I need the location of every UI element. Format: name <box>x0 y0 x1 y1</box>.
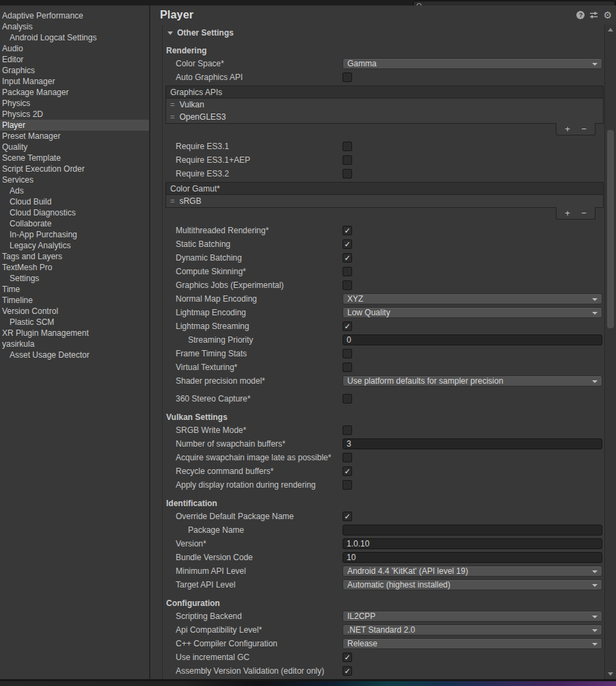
sidebar-item-yasirkula[interactable]: yasirkula <box>0 339 149 349</box>
list-item[interactable]: =Vulkan <box>166 98 603 111</box>
sidebar-item-analysis[interactable]: Analysis <box>0 21 149 32</box>
dropdown[interactable]: Low Quality <box>343 307 602 318</box>
sidebar-item-player[interactable]: Player <box>0 120 149 131</box>
sidebar-item-script-execution-order[interactable]: Script Execution Order <box>0 163 149 174</box>
checkbox[interactable]: ✓ <box>343 466 352 476</box>
add-button[interactable]: + <box>559 208 576 219</box>
dropdown[interactable]: Use platform defaults for sampler precis… <box>343 375 602 386</box>
setting-row: Graphics Jobs (Experimental) <box>163 278 604 292</box>
presets-icon[interactable] <box>589 11 598 19</box>
sidebar-item-quality[interactable]: Quality <box>0 142 149 153</box>
sidebar-item-graphics[interactable]: Graphics <box>0 65 149 76</box>
dropdown[interactable]: XYZ <box>343 293 602 304</box>
sidebar-item-tags-and-layers[interactable]: Tags and Layers <box>0 251 149 262</box>
sidebar-item-timeline[interactable]: Timeline <box>0 295 149 306</box>
checkbox[interactable] <box>343 349 352 358</box>
sidebar-item-collaborate[interactable]: Collaborate <box>0 218 149 229</box>
setting-label: C++ Compiler Configuration <box>163 639 343 648</box>
foldout-other-settings[interactable]: Other Settings <box>163 27 604 39</box>
dropdown-value: Release <box>347 639 377 648</box>
remove-button[interactable]: − <box>576 208 592 219</box>
section-header-label: Configuration <box>166 598 220 608</box>
chevron-down-icon <box>592 380 598 383</box>
settings-search-input[interactable] <box>413 1 615 5</box>
setting-row: Lightmap Streaming✓ <box>163 319 604 333</box>
checkbox[interactable] <box>343 280 352 290</box>
checkbox[interactable] <box>343 72 352 82</box>
list-item[interactable]: =OpenGLES3 <box>166 111 603 123</box>
dropdown-value: IL2CPP <box>347 611 375 621</box>
checkbox[interactable]: ✓ <box>343 321 352 331</box>
sidebar-item-android-logcat-settings[interactable]: Android Logcat Settings <box>0 32 149 43</box>
sidebar-item-scene-template[interactable]: Scene Template <box>0 153 149 163</box>
sidebar-item-textmesh-pro[interactable]: TextMesh Pro <box>0 262 149 273</box>
checkbox[interactable]: ✓ <box>343 239 352 249</box>
sidebar-item-version-control[interactable]: Version Control <box>0 306 149 317</box>
sidebar-item-plastic-scm[interactable]: Plastic SCM <box>0 317 149 328</box>
text-input[interactable]: 0 <box>343 334 602 345</box>
text-input[interactable]: 10 <box>343 552 602 563</box>
setting-row: Scripting BackendIL2CPP <box>163 609 604 623</box>
checkbox[interactable] <box>343 169 352 179</box>
sidebar-item-editor[interactable]: Editor <box>0 54 149 65</box>
checkbox[interactable] <box>343 425 352 435</box>
sidebar-item-package-manager[interactable]: Package Manager <box>0 87 149 98</box>
checkbox[interactable] <box>343 267 352 276</box>
drag-handle-icon[interactable]: = <box>170 197 174 205</box>
sidebar-item-input-manager[interactable]: Input Manager <box>0 76 149 87</box>
sidebar-item-adaptive-performance[interactable]: Adaptive Performance <box>0 10 149 21</box>
text-input[interactable]: 1.0.10 <box>343 538 602 549</box>
sidebar-item-preset-manager[interactable]: Preset Manager <box>0 131 149 142</box>
checkbox[interactable] <box>343 453 352 462</box>
sidebar-item-cloud-diagnostics[interactable]: Cloud Diagnostics <box>0 207 149 218</box>
list-item[interactable]: =sRGB <box>166 195 603 207</box>
scroll-down-icon[interactable] <box>608 672 613 676</box>
drag-handle-icon[interactable]: = <box>170 101 174 109</box>
panel-header: Player ? ⚙ <box>150 5 616 25</box>
dropdown[interactable]: IL2CPP <box>343 611 602 622</box>
setting-label: Normal Map Encoding <box>163 294 343 304</box>
scrollbar[interactable] <box>604 25 616 679</box>
checkbox[interactable]: ✓ <box>343 226 352 235</box>
section-header: Rendering <box>163 44 604 57</box>
remove-button[interactable]: − <box>576 124 592 135</box>
scroll-up-icon[interactable] <box>608 28 613 31</box>
scrollbar-thumb[interactable] <box>607 130 614 328</box>
text-input[interactable] <box>343 525 602 536</box>
dropdown[interactable]: Gamma <box>343 58 602 69</box>
checkbox[interactable] <box>343 155 352 165</box>
checkbox[interactable] <box>343 142 352 151</box>
setting-label: Shader precision model* <box>163 376 343 386</box>
settings-menu-icon[interactable]: ⚙ <box>603 11 612 19</box>
checkbox[interactable]: ✓ <box>343 512 352 521</box>
checkbox[interactable]: ✓ <box>343 253 352 263</box>
dropdown[interactable]: Release <box>343 638 602 649</box>
checkbox[interactable]: ✓ <box>343 666 352 676</box>
dropdown[interactable]: Android 4.4 'KitKat' (API level 19) <box>343 566 602 577</box>
drag-handle-icon[interactable]: = <box>170 113 174 121</box>
dropdown[interactable]: Automatic (highest installed) <box>343 579 602 590</box>
sidebar-item-legacy-analytics[interactable]: Legacy Analytics <box>0 240 149 251</box>
add-button[interactable]: + <box>559 124 576 135</box>
dropdown[interactable]: .NET Standard 2.0 <box>343 624 602 635</box>
sidebar-item-services[interactable]: Services <box>0 174 149 185</box>
checkbox[interactable] <box>343 394 352 404</box>
sidebar-item-asset-usage-detector[interactable]: Asset Usage Detector <box>0 349 149 360</box>
sidebar-item-audio[interactable]: Audio <box>0 43 149 54</box>
checkbox[interactable] <box>343 362 352 372</box>
setting-label: Number of swapchain buffers* <box>163 439 343 449</box>
checkbox[interactable]: ✓ <box>343 652 352 662</box>
section-header: Vulkan Settings <box>163 411 604 423</box>
sidebar-item-cloud-build[interactable]: Cloud Build <box>0 196 149 207</box>
sidebar-item-settings[interactable]: Settings <box>0 273 149 284</box>
sidebar-item-ads[interactable]: Ads <box>0 185 149 196</box>
text-input[interactable]: 3 <box>343 438 602 449</box>
sidebar-item-time[interactable]: Time <box>0 284 149 295</box>
sidebar-item-in-app-purchasing[interactable]: In-App Purchasing <box>0 229 149 240</box>
sidebar-item-xr-plugin-management[interactable]: XR Plugin Management <box>0 328 149 339</box>
setting-label: Lightmap Encoding <box>163 308 343 317</box>
sidebar-item-physics[interactable]: Physics <box>0 98 149 109</box>
help-icon[interactable]: ? <box>576 11 585 19</box>
sidebar-item-physics-2d[interactable]: Physics 2D <box>0 109 149 120</box>
checkbox[interactable] <box>343 480 352 490</box>
